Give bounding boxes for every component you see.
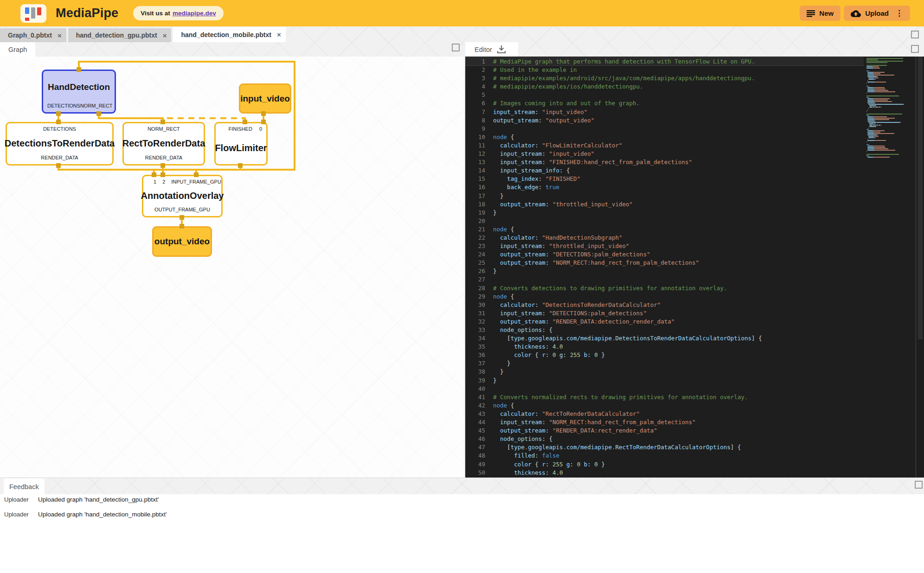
node-ports-bottom: RENDER_DATA bbox=[7, 155, 112, 164]
node-ports-bottom: RENDER_DATA bbox=[124, 155, 204, 164]
code-token: input_stream bbox=[500, 419, 542, 426]
app-title: MediaPipe bbox=[56, 6, 118, 20]
code-token: color bbox=[514, 461, 532, 468]
expand-graph-panel-icon[interactable] bbox=[452, 44, 460, 51]
code-token: false bbox=[542, 452, 559, 459]
file-tab-Graph_0-pbtxt[interactable]: Graph_0.pbtxt× bbox=[0, 28, 66, 42]
code-editor[interactable]: 1# MediaPipe graph that performs hand de… bbox=[465, 57, 924, 478]
port-label: OUTPUT_FRAME_GPU bbox=[154, 207, 210, 212]
code-token: g bbox=[566, 461, 570, 468]
code-token: input_stream bbox=[500, 159, 542, 166]
graph-node-flow-limiter[interactable]: FINISHED0FlowLimiter bbox=[214, 122, 268, 166]
close-tab-icon[interactable]: × bbox=[58, 32, 62, 39]
code-token: : bbox=[545, 461, 552, 468]
minimap-line bbox=[866, 65, 915, 66]
code-line-4: 4# mediapipie/examples/ios/handdetection… bbox=[465, 83, 864, 91]
expand-panel-icon[interactable] bbox=[911, 31, 919, 38]
port-marker bbox=[261, 120, 266, 124]
graph-node-hand-detection[interactable]: HandDetectionDETECTIONSNORM_RECT bbox=[42, 70, 116, 114]
expand-editor-panel-icon[interactable] bbox=[911, 45, 919, 53]
minimap-line bbox=[866, 143, 915, 144]
minimap-line bbox=[866, 68, 915, 69]
code-token: : bbox=[542, 159, 549, 166]
line-number: 31 bbox=[465, 309, 493, 318]
code-line-15: 15 tag_index: "FINISHED" bbox=[465, 175, 864, 183]
graph-node-output-video[interactable]: output_video bbox=[152, 226, 212, 257]
minimap-line bbox=[866, 115, 915, 116]
minimap-line bbox=[866, 150, 915, 151]
expand-feedback-panel-icon[interactable] bbox=[915, 481, 923, 489]
minimap-line bbox=[866, 59, 915, 60]
line-number: 49 bbox=[465, 460, 493, 469]
line-number: 11 bbox=[465, 141, 493, 150]
file-tab-hand_detection_gpu-pbtxt[interactable]: hand_detection_gpu.pbtxt× bbox=[68, 28, 172, 42]
minimap-line bbox=[866, 107, 915, 108]
new-button[interactable]: New bbox=[800, 6, 841, 21]
minimap-line bbox=[866, 118, 915, 119]
line-number: 20 bbox=[465, 217, 493, 225]
more-options-icon[interactable]: ⋮ bbox=[895, 9, 903, 17]
node-ports-top: FINISHED0 bbox=[216, 123, 266, 132]
code-token: # Used in the example in bbox=[493, 66, 577, 73]
minimap-line bbox=[866, 123, 915, 124]
graph-node-annotation-overlay[interactable]: 12INPUT_FRAME_GPUAnnotationOverlayOUTPUT… bbox=[142, 175, 223, 217]
minimap-line bbox=[866, 134, 915, 135]
code-token: : bbox=[545, 351, 552, 358]
line-number: 9 bbox=[465, 125, 493, 133]
code-token: "FlowLimiterCalculator" bbox=[542, 142, 622, 149]
upload-button[interactable]: Upload ⋮ bbox=[844, 6, 910, 21]
minimap-line bbox=[866, 109, 915, 110]
close-tab-icon[interactable]: × bbox=[277, 31, 281, 38]
mediapipe-dev-link[interactable]: mediapipe.dev bbox=[173, 10, 216, 17]
scrollbar-thumb[interactable] bbox=[918, 57, 923, 339]
graph-edge bbox=[98, 117, 164, 119]
line-number: 39 bbox=[465, 376, 493, 385]
file-tab-hand_detection_mobile-pbtxt[interactable]: hand_detection_mobile.pbtxt× bbox=[173, 27, 285, 42]
feedback-row: UploaderUploaded graph 'hand_detection_g… bbox=[0, 494, 924, 509]
line-number: 19 bbox=[465, 209, 493, 217]
download-icon[interactable] bbox=[497, 45, 506, 54]
tab-editor-panel[interactable]: Editor bbox=[465, 42, 518, 57]
minimap-line bbox=[866, 66, 915, 67]
code-token: RectToRenderDataCalculatorOptions bbox=[615, 444, 730, 451]
code-line-39: 39} bbox=[465, 376, 864, 385]
code-token: : bbox=[587, 461, 594, 468]
code-token: calculator bbox=[500, 234, 535, 241]
tab-graph-panel[interactable]: Graph bbox=[0, 42, 35, 57]
code-line-28: 28# Converts detections to drawing primi… bbox=[465, 284, 864, 293]
code-token: back_edge bbox=[507, 184, 539, 191]
minimap-line bbox=[866, 79, 915, 80]
minimap-line bbox=[866, 141, 915, 142]
code-line-45: 45 output_stream: "RENDER_DATA:rect_rend… bbox=[465, 427, 864, 435]
file-tabs: Graph_0.pbtxt×hand_detection_gpu.pbtxt×h… bbox=[0, 26, 924, 42]
code-token bbox=[493, 452, 514, 459]
code-token: filled bbox=[514, 452, 535, 459]
minimap-line bbox=[866, 136, 915, 137]
code-line-11: 11 calculator: "FlowLimiterCalculator" bbox=[465, 141, 864, 150]
code-token: : { bbox=[542, 326, 552, 333]
code-token bbox=[493, 142, 500, 149]
code-token: { bbox=[507, 402, 514, 409]
tab-feedback[interactable]: Feedback bbox=[4, 478, 45, 495]
graph-node-input-video[interactable]: input_video bbox=[239, 83, 291, 114]
code-line-40: 40 bbox=[465, 385, 864, 393]
minimap-line bbox=[866, 97, 915, 98]
code-token: output_stream bbox=[500, 427, 545, 434]
editor-minimap[interactable] bbox=[864, 57, 916, 478]
code-line-38: 38 } bbox=[465, 368, 864, 376]
graph-node-rect-to-render-data[interactable]: NORM_RECTRectToRenderDataRENDER_DATA bbox=[122, 122, 205, 166]
code-line-23: 23 input_stream: "throttled_input_video" bbox=[465, 242, 864, 250]
close-tab-icon[interactable]: × bbox=[163, 32, 167, 39]
editor-scrollbar[interactable] bbox=[917, 57, 924, 478]
port-marker bbox=[152, 172, 156, 177]
graph-node-detections-to-render-data[interactable]: DETECTIONSDetectionsToRenderDataRENDER_D… bbox=[6, 122, 114, 166]
code-line-26: 26} bbox=[465, 267, 864, 275]
code-line-30: 30 calculator: "DetectionsToRenderDataCa… bbox=[465, 301, 864, 309]
code-token: } bbox=[493, 360, 511, 367]
minimap-line bbox=[866, 70, 915, 71]
code-token bbox=[493, 301, 500, 308]
code-area[interactable]: 1# MediaPipe graph that performs hand de… bbox=[465, 57, 864, 478]
code-token: calculator bbox=[500, 301, 535, 308]
feedback-log: UploaderUploaded graph 'hand_detection_g… bbox=[0, 494, 924, 573]
code-token: . bbox=[563, 335, 567, 342]
